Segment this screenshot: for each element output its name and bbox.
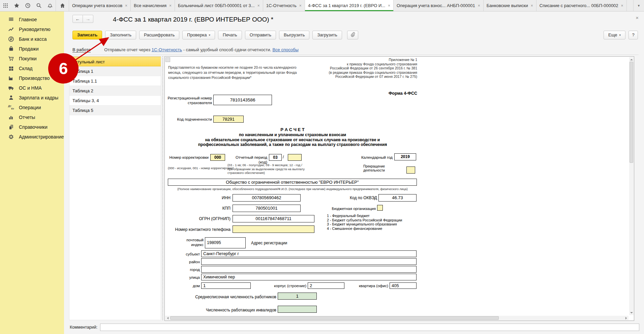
panel-splitter[interactable] [162,56,163,320]
comment-row: Комментарий: [70,323,639,332]
inn-field[interactable]: 007805690462 [233,194,301,202]
budget-org-field[interactable] [377,205,383,211]
tab-close-icon[interactable]: × [531,3,533,8]
sidebar-item-os-i-nma[interactable]: ОС и НМА [0,83,64,93]
subject-field[interactable]: Санкт-Петербург г [201,250,417,257]
ogrn-field[interactable]: 001167847468711 [233,215,314,222]
title-page-canvas: Приложение № 1 к приказу Фонда социально… [165,57,634,321]
section-table-1-1[interactable]: Таблица 1.1 [69,76,161,86]
tab-close-icon[interactable]: × [257,3,260,8]
attach-button[interactable] [347,31,358,39]
tab-spisanie[interactable]: Списание с расчетного... 00БП-000002× [536,0,627,11]
section-title-page[interactable]: Титульный лист [69,57,161,66]
apps-menu-icon[interactable] [0,0,11,11]
district-field[interactable] [201,258,417,265]
back-button[interactable]: ← [72,15,83,23]
favorites-star-icon[interactable] [11,0,22,11]
apartment-field[interactable]: 405 [390,282,417,289]
city-field[interactable] [201,266,417,273]
top-bar: Операции учета взносов× Все начисления× … [0,0,644,11]
sidebar-item-otchety[interactable]: Отчеты [0,112,64,122]
decrypt-button[interactable]: Расшифровать [139,31,179,39]
sidebar-item-administrirovanie[interactable]: Администрирование [0,132,64,142]
horizontal-scroll-thumb[interactable] [170,316,499,320]
disabled-count-label: Численность работающих инвалидов [175,308,276,312]
close-form-icon[interactable]: × [636,15,639,21]
tab-operatsiya-ucheta[interactable]: Операция учета взнос... АНБП-000001× [394,0,484,11]
status-state-link[interactable]: В работе [72,47,91,53]
phone-field[interactable] [233,225,314,233]
fill-button[interactable]: Заполнить [105,31,136,39]
kpp-field[interactable]: 780501001 [233,205,301,212]
house-field[interactable]: 1 [201,282,251,289]
tab-vse-nachisleniya[interactable]: Все начисления× [131,0,175,11]
vertical-scroll-thumb[interactable] [630,62,633,163]
street-field[interactable]: Химический пер [201,274,417,280]
1c-reporting-link[interactable]: 1С-Отчетность [152,47,182,52]
sidebar-item-proizvodstvo[interactable]: Производство [0,73,64,83]
send-button[interactable]: Отправить [245,31,276,39]
sidebar-item-pokupki[interactable]: Покупки [0,54,64,63]
search-icon[interactable] [33,0,44,11]
period-extra-field[interactable] [288,154,302,161]
correction-field[interactable]: 000 [210,154,225,161]
horizontal-scrollbar[interactable] [165,316,628,320]
scroll-left-arrow[interactable] [165,316,170,320]
period-field[interactable]: 03 [269,154,282,161]
check-button[interactable]: Проверка▾ [182,31,215,39]
section-table-2[interactable]: Таблица 2 [69,86,161,96]
tab-bolnichny-list[interactable]: Больничный лист 00БП-000001 от 3...× [175,0,263,11]
avg-headcount-field[interactable]: 1 [278,293,317,300]
export-button[interactable]: Выгрузить [279,31,309,39]
tab-bankovskie-vypiski[interactable]: Банковские выписки× [484,0,536,11]
scroll-right-arrow[interactable] [624,316,628,320]
org-name-field[interactable]: Общество с ограниченной ответственностью… [168,179,417,186]
home-icon[interactable] [56,0,69,11]
tab-close-icon[interactable]: × [299,3,302,8]
tab-close-icon[interactable]: × [478,3,480,8]
import-button[interactable]: Загрузить [312,31,342,39]
postal-field[interactable]: 198095 [205,237,246,248]
year-field[interactable]: 2019 [394,153,416,160]
scroll-down-arrow[interactable] [629,311,634,315]
tab-close-icon[interactable]: × [388,3,390,8]
tab-label: Операции учета взносов [72,3,122,8]
status-message: Отправьте отчет через 1С-Отчетность - са… [104,47,299,52]
sidebar-item-spravochniki[interactable]: Справочники [0,122,64,132]
sidebar-item-glavnoe[interactable]: Главное [0,14,64,24]
okved-field[interactable]: 46.73 [378,194,417,202]
sidebar-item-prodazhi[interactable]: Продажи [0,44,64,54]
sidebar-item-sklad[interactable]: Склад [0,63,64,73]
building-field[interactable]: 2 [308,282,344,289]
forward-button[interactable]: → [83,15,93,23]
status-text: Отправьте отчет через [104,47,150,52]
scroll-up-arrow[interactable] [629,57,634,61]
tab-operations-vznosov[interactable]: Операции учета взносов× [69,0,131,11]
history-clock-icon[interactable] [22,0,33,11]
disabled-count-field[interactable] [278,306,317,313]
more-button[interactable]: Еще▾ [604,31,625,39]
section-tables-3-4[interactable]: Таблицы 3, 4 [69,96,161,105]
tab-1c-otchetnost[interactable]: 1С-Отчетность× [263,0,305,11]
vertical-scrollbar[interactable] [629,57,634,315]
tab-close-icon[interactable]: × [169,3,172,8]
tab-close-icon[interactable]: × [125,3,127,8]
subordination-field[interactable]: 78291 [213,116,244,123]
help-button[interactable]: ? [628,31,638,39]
section-table-1[interactable]: Таблица 1 [69,66,161,76]
sidebar-item-bank-i-kassa[interactable]: Банк и касса [0,34,64,44]
section-table-5[interactable]: Таблица 5 [69,105,161,115]
save-button[interactable]: Записать [72,31,102,39]
print-button[interactable]: Печать [218,31,242,39]
comment-input[interactable] [100,324,639,331]
tab-4fss-active[interactable]: 4-ФСС за 1 квартал 2019 г. (ЕВРО И...× [305,0,394,11]
sidebar-item-rukovoditelyu[interactable]: Руководителю [0,24,64,34]
sidebar-item-operatsii[interactable]: ДтКт Операции [0,102,64,112]
termination-field[interactable] [406,166,415,174]
notifications-bell-icon[interactable] [44,0,56,11]
all-methods-link[interactable]: Все способы [272,47,298,52]
tab-overflow-chevron-icon[interactable]: ▼ [633,0,644,11]
reg-number-field[interactable]: 7810143586 [213,95,272,105]
sidebar-item-zarplata-i-kadry[interactable]: Зарплата и кадры [0,93,64,102]
tab-close-icon[interactable]: × [621,3,623,8]
